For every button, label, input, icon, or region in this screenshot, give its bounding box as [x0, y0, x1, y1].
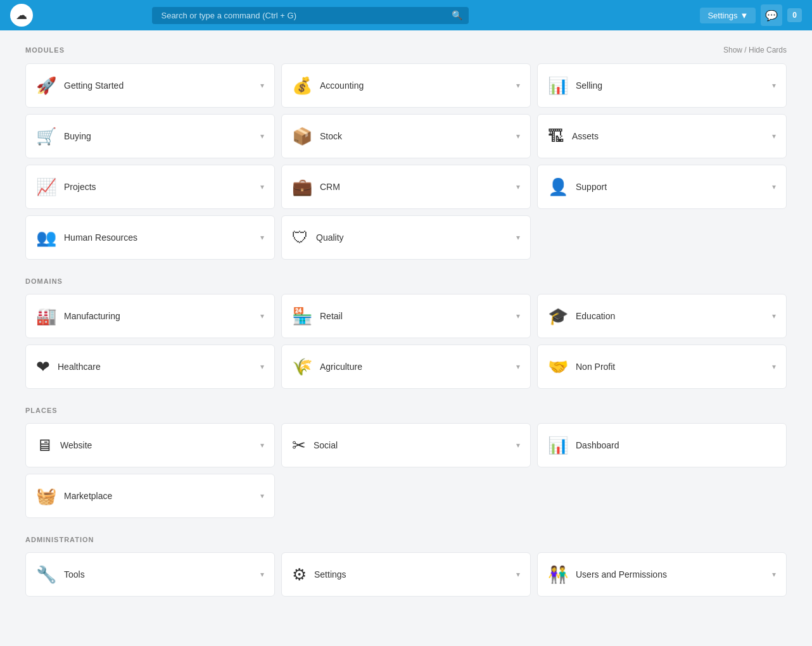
card-label-users-permissions: Users and Permissions	[576, 569, 767, 580]
section-header-domains: DOMAINS	[25, 277, 787, 285]
card-education[interactable]: 🎓Education▾	[537, 294, 787, 338]
card-icon-accounting: 💰	[292, 76, 312, 96]
card-icon-human-resources: 👥	[36, 228, 56, 248]
card-settings-admin[interactable]: ⚙Settings▾	[281, 552, 531, 597]
card-crm[interactable]: 💼CRM▾	[281, 165, 531, 209]
cards-grid-administration: 🔧Tools▾⚙Settings▾👫Users and Permissions▾	[25, 552, 787, 597]
settings-label: Settings	[707, 11, 737, 20]
card-chevron-stock: ▾	[516, 132, 520, 141]
card-icon-marketplace: 🧺	[36, 486, 56, 506]
card-label-settings-admin: Settings	[314, 569, 511, 580]
card-icon-selling: 📊	[548, 76, 568, 96]
card-chevron-crm: ▾	[516, 182, 520, 191]
card-icon-support: 👤	[548, 177, 568, 197]
card-label-selling: Selling	[576, 80, 767, 91]
card-marketplace[interactable]: 🧺Marketplace▾	[25, 474, 275, 518]
card-icon-agriculture: 🌾	[292, 357, 312, 377]
card-label-non-profit: Non Profit	[576, 362, 767, 372]
card-icon-getting-started: 🚀	[36, 76, 56, 96]
card-chevron-selling: ▾	[772, 81, 776, 90]
card-label-social: Social	[314, 440, 511, 450]
card-buying[interactable]: 🛒Buying▾	[25, 114, 275, 158]
card-empty2	[281, 474, 531, 518]
card-human-resources[interactable]: 👥Human Resources▾	[25, 215, 275, 260]
card-chevron-assets: ▾	[772, 132, 776, 141]
card-icon-manufacturing: 🏭	[36, 307, 56, 326]
card-stock[interactable]: 📦Stock▾	[281, 114, 531, 158]
section-header-modules: MODULESShow / Hide Cards	[25, 46, 787, 54]
card-label-agriculture: Agriculture	[320, 362, 511, 372]
card-icon-retail: 🏪	[292, 307, 312, 326]
card-icon-website: 🖥	[36, 436, 53, 455]
logo[interactable]: ☁	[10, 4, 33, 27]
header-right: Settings ▼ 💬 0	[700, 4, 802, 26]
card-getting-started[interactable]: 🚀Getting Started▾	[25, 63, 275, 108]
card-social[interactable]: ✂Social▾	[281, 423, 531, 467]
card-website[interactable]: 🖥Website▾	[25, 423, 275, 467]
card-label-tools: Tools	[64, 569, 255, 580]
card-label-getting-started: Getting Started	[64, 80, 255, 91]
card-icon-users-permissions: 👫	[548, 565, 568, 585]
card-icon-projects: 📈	[36, 177, 56, 197]
card-label-quality: Quality	[316, 232, 511, 243]
settings-button[interactable]: Settings ▼	[700, 8, 756, 23]
card-chevron-accounting: ▾	[516, 81, 520, 90]
section-title-places: PLACES	[25, 407, 58, 414]
card-icon-dashboard: 📊	[548, 436, 568, 455]
card-icon-stock: 📦	[292, 127, 312, 146]
card-projects[interactable]: 📈Projects▾	[25, 165, 275, 209]
section-places: PLACES🖥Website▾✂Social▾📊Dashboard🧺Market…	[25, 407, 787, 518]
card-accounting[interactable]: 💰Accounting▾	[281, 63, 531, 108]
card-label-buying: Buying	[64, 131, 255, 141]
cloud-icon: ☁	[16, 8, 27, 22]
search-icon[interactable]: 🔍	[452, 10, 462, 20]
card-icon-quality: 🛡	[292, 228, 308, 248]
card-assets[interactable]: 🏗Assets▾	[537, 114, 787, 158]
card-retail[interactable]: 🏪Retail▾	[281, 294, 531, 338]
section-domains: DOMAINS🏭Manufacturing▾🏪Retail▾🎓Education…	[25, 277, 787, 389]
card-tools[interactable]: 🔧Tools▾	[25, 552, 275, 597]
card-quality[interactable]: 🛡Quality▾	[281, 215, 531, 260]
card-label-website: Website	[60, 440, 255, 450]
card-manufacturing[interactable]: 🏭Manufacturing▾	[25, 294, 275, 338]
card-icon-healthcare: ❤	[36, 357, 50, 377]
notification-badge[interactable]: 0	[787, 8, 802, 22]
card-dashboard[interactable]: 📊Dashboard	[537, 423, 787, 467]
section-header-administration: ADMINISTRATION	[25, 536, 787, 543]
card-empty1	[537, 215, 787, 260]
card-empty3	[537, 474, 787, 518]
card-chevron-projects: ▾	[260, 182, 264, 191]
card-healthcare[interactable]: ❤Healthcare▾	[25, 345, 275, 389]
sections-container: MODULESShow / Hide Cards🚀Getting Started…	[25, 46, 787, 597]
card-chevron-non-profit: ▾	[772, 362, 776, 371]
card-chevron-social: ▾	[516, 441, 520, 450]
card-chevron-education: ▾	[772, 312, 776, 320]
card-label-dashboard: Dashboard	[576, 440, 776, 450]
chat-button[interactable]: 💬	[761, 4, 782, 26]
section-modules: MODULESShow / Hide Cards🚀Getting Started…	[25, 46, 787, 260]
card-selling[interactable]: 📊Selling▾	[537, 63, 787, 108]
card-icon-assets: 🏗	[548, 127, 564, 146]
card-label-stock: Stock	[320, 131, 511, 141]
card-chevron-settings-admin: ▾	[516, 570, 520, 579]
card-chevron-website: ▾	[260, 441, 264, 450]
search-bar: 🔍	[152, 7, 469, 24]
card-icon-tools: 🔧	[36, 565, 56, 585]
card-label-projects: Projects	[64, 182, 255, 192]
main-header: ☁ 🔍 Settings ▼ 💬 0	[0, 0, 812, 30]
card-icon-buying: 🛒	[36, 127, 56, 146]
card-support[interactable]: 👤Support▾	[537, 165, 787, 209]
card-users-permissions[interactable]: 👫Users and Permissions▾	[537, 552, 787, 597]
show-hide-cards-link[interactable]: Show / Hide Cards	[723, 46, 787, 54]
card-chevron-getting-started: ▾	[260, 81, 264, 90]
card-label-human-resources: Human Resources	[64, 232, 255, 243]
search-input[interactable]	[152, 7, 469, 24]
card-chevron-marketplace: ▾	[260, 491, 264, 500]
section-header-places: PLACES	[25, 407, 787, 414]
card-agriculture[interactable]: 🌾Agriculture▾	[281, 345, 531, 389]
card-chevron-healthcare: ▾	[260, 362, 264, 371]
card-non-profit[interactable]: 🤝Non Profit▾	[537, 345, 787, 389]
card-label-retail: Retail	[320, 311, 511, 321]
cards-grid-places: 🖥Website▾✂Social▾📊Dashboard🧺Marketplace▾	[25, 423, 787, 518]
card-label-accounting: Accounting	[320, 80, 511, 91]
